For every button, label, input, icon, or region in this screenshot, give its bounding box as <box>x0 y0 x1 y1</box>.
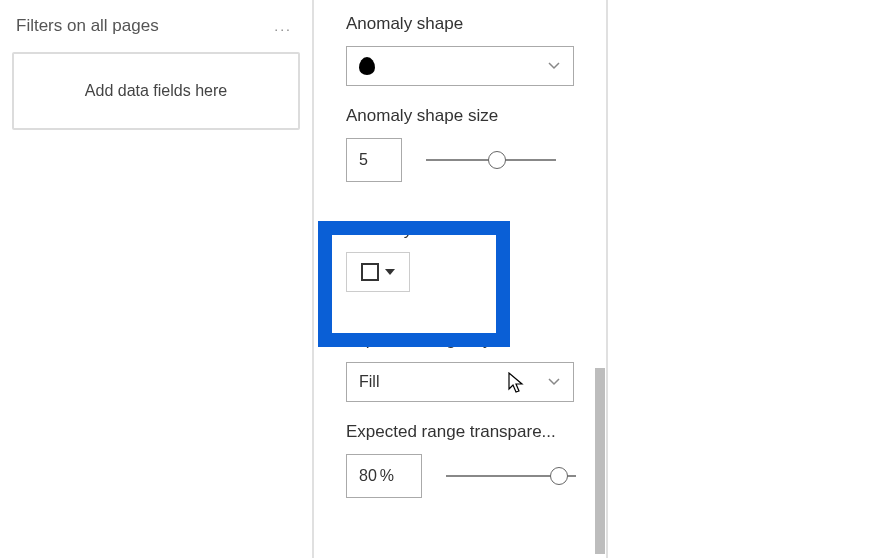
expected-range-style-label: Expected range style <box>346 330 578 350</box>
expected-range-transparency-value: 80 <box>359 467 377 485</box>
anomaly-shape-size-input[interactable]: 5 <box>346 138 402 182</box>
expected-range-style-dropdown[interactable]: Fill <box>346 362 574 402</box>
expected-range-transparency-slider[interactable] <box>446 466 576 486</box>
drop-icon <box>359 57 375 75</box>
expected-range-style-value: Fill <box>359 373 379 391</box>
anomaly-shape-label: Anomaly shape <box>346 14 578 34</box>
more-options-button[interactable]: ... <box>270 18 296 34</box>
anomaly-color-label: Anomaly color <box>346 220 578 240</box>
anomaly-shape-dropdown[interactable] <box>346 46 574 86</box>
slider-thumb[interactable] <box>550 467 568 485</box>
caret-down-icon <box>385 269 395 275</box>
add-fields-placeholder: Add data fields here <box>85 82 227 99</box>
expected-range-transparency-row: 80 % <box>346 454 578 498</box>
format-pane: Anomaly shape Anomaly shape size 5 Anoma… <box>318 0 608 558</box>
percent-unit: % <box>380 467 394 485</box>
filters-header: Filters on all pages ... <box>12 16 300 46</box>
scrollbar[interactable] <box>595 368 605 554</box>
anomaly-shape-size-slider[interactable] <box>426 150 556 170</box>
expected-range-transparency-input[interactable]: 80 % <box>346 454 422 498</box>
filters-pane-title: Filters on all pages <box>16 16 159 36</box>
anomaly-color-picker[interactable] <box>346 252 410 292</box>
expected-range-transparency-label: Expected range transpare... <box>346 422 576 442</box>
add-data-fields-dropzone[interactable]: Add data fields here <box>12 52 300 130</box>
slider-thumb[interactable] <box>488 151 506 169</box>
color-swatch <box>361 263 379 281</box>
anomaly-shape-size-row: 5 <box>346 138 578 182</box>
filters-pane: Filters on all pages ... Add data fields… <box>0 0 314 558</box>
anomaly-shape-size-label: Anomaly shape size <box>346 106 578 126</box>
anomaly-color-section: Anomaly color <box>346 182 578 292</box>
anomaly-shape-size-value: 5 <box>359 151 368 169</box>
chevron-down-icon <box>547 59 561 73</box>
chevron-down-icon <box>547 375 561 389</box>
